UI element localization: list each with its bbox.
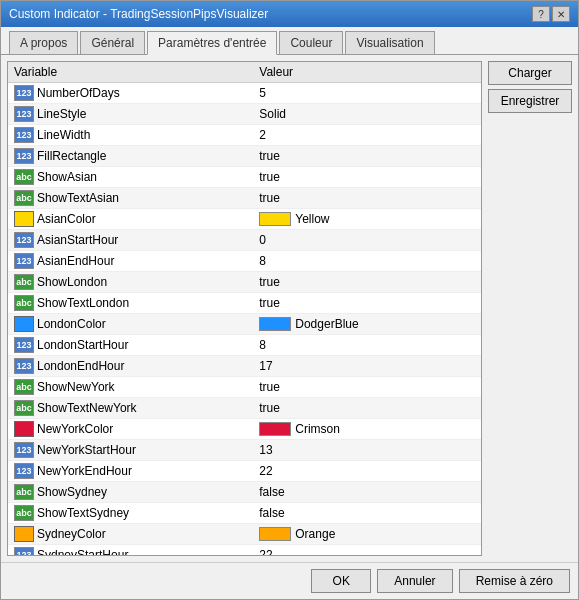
title-bar: Custom Indicator - TradingSessionPipsVis… [1, 1, 578, 27]
table-row[interactable]: 123NumberOfDays5 [8, 83, 481, 104]
table-row[interactable]: abcShowLondontrue [8, 272, 481, 293]
value-cell: 22 [253, 461, 481, 482]
variable-name: ShowTextLondon [37, 296, 129, 310]
row-icon: abc [14, 505, 34, 521]
tab-general[interactable]: Général [80, 31, 145, 54]
value-cell: Crimson [253, 419, 481, 440]
variable-name: FillRectangle [37, 149, 106, 163]
value-cell: true [253, 398, 481, 419]
table-row[interactable]: abcShowTextSydneyfalse [8, 503, 481, 524]
table-row[interactable]: abcShowTextNewYorktrue [8, 398, 481, 419]
variable-name: ShowAsian [37, 170, 97, 184]
value-text: 17 [259, 359, 272, 373]
row-icon: 123 [14, 148, 34, 164]
variable-name: ShowTextSydney [37, 506, 129, 520]
table-row[interactable]: 123AsianStartHour0 [8, 230, 481, 251]
variable-cell: 123NewYorkStartHour [8, 440, 253, 461]
table-row[interactable]: NewYorkColorCrimson [8, 419, 481, 440]
value-text: Orange [295, 527, 335, 541]
row-icon [14, 211, 34, 227]
variable-name: LineWidth [37, 128, 90, 142]
color-swatch [259, 317, 291, 331]
table-row[interactable]: 123SydneyStartHour22 [8, 545, 481, 557]
table-row[interactable]: abcShowSydneyfalse [8, 482, 481, 503]
row-icon: abc [14, 274, 34, 290]
row-icon: abc [14, 379, 34, 395]
tab-couleur[interactable]: Couleur [279, 31, 343, 54]
row-icon: 123 [14, 253, 34, 269]
table-row[interactable]: abcShowTextAsiantrue [8, 188, 481, 209]
variable-cell: 123NewYorkEndHour [8, 461, 253, 482]
table-row[interactable]: abcShowAsiantrue [8, 167, 481, 188]
tabs-bar: A propos Général Paramètres d'entrée Cou… [1, 27, 578, 55]
row-icon: 123 [14, 106, 34, 122]
close-button[interactable]: ✕ [552, 6, 570, 22]
value-cell: Yellow [253, 209, 481, 230]
table-row[interactable]: AsianColorYellow [8, 209, 481, 230]
table-row[interactable]: 123LineStyleSolid [8, 104, 481, 125]
variable-cell: abcShowTextSydney [8, 503, 253, 524]
variable-cell: 123AsianStartHour [8, 230, 253, 251]
enregistrer-button[interactable]: Enregistrer [488, 89, 572, 113]
remise-button[interactable]: Remise à zéro [459, 569, 570, 593]
variable-name: LondonColor [37, 317, 106, 331]
table-row[interactable]: 123LondonEndHour17 [8, 356, 481, 377]
value-text: 8 [259, 254, 266, 268]
table-row[interactable]: 123NewYorkEndHour22 [8, 461, 481, 482]
annuler-button[interactable]: Annuler [377, 569, 452, 593]
row-icon: 123 [14, 85, 34, 101]
tab-visualisation[interactable]: Visualisation [345, 31, 434, 54]
row-icon [14, 526, 34, 542]
value-text: true [259, 380, 280, 394]
value-cell: true [253, 272, 481, 293]
value-text: 2 [259, 128, 266, 142]
variable-cell: abcShowTextNewYork [8, 398, 253, 419]
row-icon: 123 [14, 463, 34, 479]
table-row[interactable]: SydneyColorOrange [8, 524, 481, 545]
value-text: false [259, 506, 284, 520]
row-icon: 123 [14, 442, 34, 458]
table-row[interactable]: 123NewYorkStartHour13 [8, 440, 481, 461]
table-row[interactable]: abcShowTextLondontrue [8, 293, 481, 314]
variable-name: NewYorkEndHour [37, 464, 132, 478]
color-swatch [259, 212, 291, 226]
tab-parametres[interactable]: Paramètres d'entrée [147, 31, 277, 55]
variable-name: NumberOfDays [37, 86, 120, 100]
value-text: 13 [259, 443, 272, 457]
row-icon [14, 316, 34, 332]
row-icon: abc [14, 400, 34, 416]
help-button[interactable]: ? [532, 6, 550, 22]
variable-cell: abcShowTextLondon [8, 293, 253, 314]
value-cell: true [253, 146, 481, 167]
row-icon: 123 [14, 337, 34, 353]
table-row[interactable]: LondonColorDodgerBlue [8, 314, 481, 335]
right-panel: Charger Enregistrer [488, 61, 572, 556]
variable-cell: 123LineStyle [8, 104, 253, 125]
table-row[interactable]: 123FillRectangletrue [8, 146, 481, 167]
table-row[interactable]: 123LondonStartHour8 [8, 335, 481, 356]
charger-button[interactable]: Charger [488, 61, 572, 85]
variable-cell: 123LineWidth [8, 125, 253, 146]
ok-button[interactable]: OK [311, 569, 371, 593]
table-row[interactable]: abcShowNewYorktrue [8, 377, 481, 398]
value-cell: 13 [253, 440, 481, 461]
value-text: 22 [259, 464, 272, 478]
variable-cell: abcShowAsian [8, 167, 253, 188]
value-cell: false [253, 503, 481, 524]
table-row[interactable]: 123LineWidth2 [8, 125, 481, 146]
table-row[interactable]: 123AsianEndHour8 [8, 251, 481, 272]
variable-name: ShowTextAsian [37, 191, 119, 205]
variable-name: SydneyColor [37, 527, 106, 541]
variable-cell: 123AsianEndHour [8, 251, 253, 272]
variable-cell: LondonColor [8, 314, 253, 335]
value-cell: false [253, 482, 481, 503]
value-text: true [259, 170, 280, 184]
value-text: true [259, 401, 280, 415]
variable-name: AsianEndHour [37, 254, 114, 268]
value-cell: 22 [253, 545, 481, 557]
variable-name: ShowLondon [37, 275, 107, 289]
params-table-container: Variable Valeur 123NumberOfDays5123LineS… [7, 61, 482, 556]
tab-apropos[interactable]: A propos [9, 31, 78, 54]
value-text: Solid [259, 107, 286, 121]
value-cell: true [253, 167, 481, 188]
